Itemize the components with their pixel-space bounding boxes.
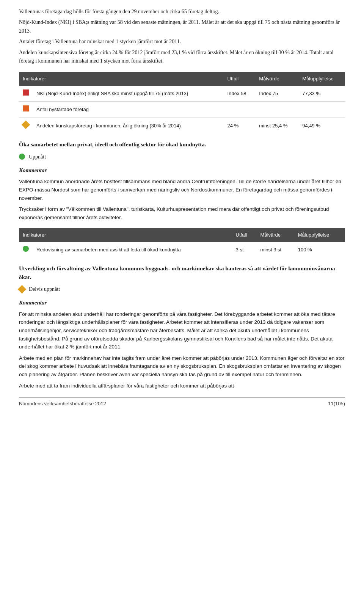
kommentar-para-1-0: Vallentuna kommun anordnade årets höstfe…	[19, 177, 345, 202]
kommentar-para-1-1: Trycksaker i form av "Välkommen till Val…	[19, 205, 345, 221]
goal-2-heading: Utveckling och förvaltning av Vallentuna…	[19, 264, 345, 281]
kommentar-heading-2: Kommentar	[19, 298, 345, 307]
diamond-yellow-icon	[18, 285, 27, 293]
col-header-malvarde-1: Målvärde	[255, 72, 298, 86]
row3-utfall: 24 %	[224, 118, 256, 133]
status-label-1: Uppnått	[29, 153, 46, 161]
page-footer: Nämndens verksamhetsberättelse 2012 11(1…	[19, 397, 345, 408]
row3-label: Andelen kunskapsföretag i kommunen, årli…	[33, 118, 224, 133]
row2-utfall	[224, 102, 256, 118]
kommentar-para-2-2: Arbete med att ta fram individuella affä…	[19, 382, 345, 390]
row1-utfall: Index 58	[224, 86, 256, 102]
intro-section: Vallentunas företagardag hölls för först…	[19, 8, 345, 65]
col-header-maluppfyllelse-2: Måluppfyllelse	[294, 228, 345, 242]
status-label-2: Delvis uppnått	[29, 285, 60, 293]
table-row: Andelen kunskapsföretag i kommunen, årli…	[19, 118, 345, 133]
kommentar-section-2: Kommentar För att minska andelen akut un…	[19, 298, 345, 390]
row1-icon-cell	[19, 86, 33, 102]
circle-green-icon	[19, 154, 25, 160]
footer-left: Nämndens verksamhetsberättelse 2012	[19, 400, 106, 408]
indicator-table-1: Indikatorer Utfall Målvärde Måluppfyllel…	[19, 72, 345, 133]
status-row-1: Uppnått	[19, 153, 345, 161]
col-header-indikatorer-2: Indikatorer	[19, 228, 232, 242]
status-row-2: Delvis uppnått	[19, 285, 345, 293]
circle-green-icon-t2	[23, 246, 29, 252]
indicator-table-2: Indikatorer Utfall Målvärde Måluppfyllel…	[19, 228, 345, 257]
col-header-utfall-1: Utfall	[224, 72, 256, 86]
col-header-maluppfyllelse-1: Måluppfyllelse	[298, 72, 345, 86]
row3-maluppfyllelse: 94,49 %	[298, 118, 345, 133]
row1-malvarde: Index 75	[255, 86, 298, 102]
table-row: Redovisning av samarbeten med avsikt att…	[19, 242, 345, 258]
diamond-orange-icon	[22, 121, 30, 129]
row1-maluppfyllelse: 77,33 %	[298, 86, 345, 102]
row3-icon-cell	[19, 118, 33, 133]
kommentar-para-2-0: För att minska andelen akut underhåll ha…	[19, 310, 345, 351]
intro-para-1: Vallentunas företagardag hölls för först…	[19, 8, 345, 16]
col-header-indikatorer: Indikatorer	[19, 72, 224, 86]
row2-maluppfyllelse	[298, 102, 345, 118]
row-t2-malvarde: minst 3 st	[257, 242, 294, 258]
goal-1-heading: Öka samarbetet mellan privat, ideell och…	[19, 140, 345, 149]
square-orange-icon	[23, 105, 29, 111]
intro-para-3: Antalet företag i Vallentuna har minskat…	[19, 38, 345, 46]
col-header-malvarde-2: Målvärde	[257, 228, 294, 242]
table-row: Antal nystartade företag	[19, 102, 345, 118]
row2-malvarde	[255, 102, 298, 118]
row3-malvarde: minst 25,4 %	[255, 118, 298, 133]
intro-para-4: Andelen kunskapsintensiva företag är cir…	[19, 49, 345, 66]
square-red-icon	[23, 89, 29, 96]
row-t2-label: Redovisning av samarbeten med avsikt att…	[33, 242, 232, 258]
kommentar-heading-1: Kommentar	[19, 166, 345, 175]
col-header-utfall-2: Utfall	[232, 228, 257, 242]
kommentar-para-2-1: Arbete med en plan för markinnehav har i…	[19, 354, 345, 379]
row-t2-maluppfyllelse: 100 %	[294, 242, 345, 258]
row2-label: Antal nystartade företag	[33, 102, 224, 118]
row2-icon-cell	[19, 102, 33, 118]
kommentar-section-1: Kommentar Vallentuna kommun anordnade år…	[19, 166, 345, 221]
row-t2-utfall: 3 st	[232, 242, 257, 258]
row1-label: NKI (Nöjd-Kund-Index) enligt SBA ska min…	[33, 86, 224, 102]
row-t2-icon-cell	[19, 242, 33, 258]
table-row: NKI (Nöjd-Kund-Index) enligt SBA ska min…	[19, 86, 345, 102]
intro-para-2: Nöjd-Kund-Index (NKI) i SBA;s mätning va…	[19, 18, 345, 35]
footer-right: 11(105)	[328, 400, 345, 408]
